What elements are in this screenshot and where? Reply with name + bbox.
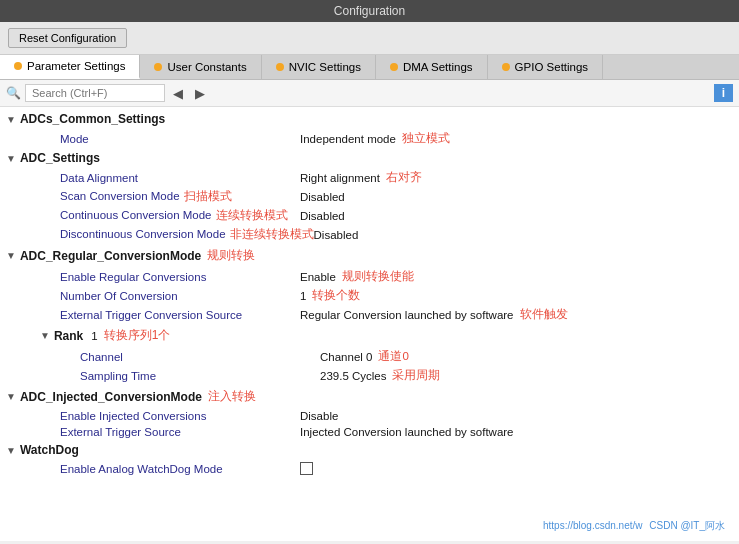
value-ext-trigger-source-cn: 软件触发 xyxy=(520,307,568,322)
label-data-alignment: Data Alignment xyxy=(60,172,300,184)
section-header-adc-settings[interactable]: ▼ ADC_Settings xyxy=(0,148,739,168)
tabs-container: Parameter Settings User Constants NVIC S… xyxy=(0,55,739,80)
value-scan-conversion: Disabled xyxy=(300,191,345,203)
row-sampling-time: Sampling Time 239.5 Cycles 采用周期 xyxy=(0,366,739,385)
value-data-alignment: Right alignment xyxy=(300,172,380,184)
content-area: ▼ ADCs_Common_Settings Mode Independent … xyxy=(0,107,739,541)
reset-config-button[interactable]: Reset Configuration xyxy=(8,28,127,48)
watermark-author: CSDN @IT_阿水 xyxy=(649,520,725,531)
nav-prev-icon[interactable]: ◀ xyxy=(169,85,187,102)
value-mode: Independent mode xyxy=(300,133,396,145)
row-scan-conversion: Scan Conversion Mode扫描模式 Disabled xyxy=(0,187,739,206)
value-enable-injected: Disable xyxy=(300,410,338,422)
value-enable-regular: Enable xyxy=(300,271,336,283)
value-continuous-conversion: Disabled xyxy=(300,210,345,222)
value-sampling-time: 239.5 Cycles xyxy=(320,370,386,382)
value-enable-regular-cn: 规则转换使能 xyxy=(342,269,414,284)
value-ext-trigger-injected: Injected Conversion launched by software xyxy=(300,426,514,438)
label-sampling-time: Sampling Time xyxy=(80,370,320,382)
title-text: Configuration xyxy=(334,4,405,18)
label-discontinuous-cn: 非连续转换模式 xyxy=(230,228,314,240)
search-bar: 🔍 ◀ ▶ i xyxy=(0,80,739,107)
row-discontinuous-conversion: Discontinuous Conversion Mode非连续转换模式 Dis… xyxy=(0,225,739,244)
row-mode: Mode Independent mode 独立模式 xyxy=(0,129,739,148)
section-title-adc-injected-cn: 注入转换 xyxy=(208,388,256,405)
tab-nvic-settings[interactable]: NVIC Settings xyxy=(262,55,376,79)
row-ext-trigger-source: External Trigger Conversion Source Regul… xyxy=(0,305,739,324)
collapse-arrow-watchdog: ▼ xyxy=(6,445,16,456)
toolbar: Reset Configuration xyxy=(0,22,739,55)
section-adcs-common: ▼ ADCs_Common_Settings Mode Independent … xyxy=(0,109,739,148)
section-title-rank: Rank xyxy=(54,329,83,343)
value-data-alignment-cn: 右对齐 xyxy=(386,170,422,185)
rank-value: 1 xyxy=(91,330,97,342)
row-ext-trigger-injected: External Trigger Source Injected Convers… xyxy=(0,424,739,440)
section-title-adc-settings: ADC_Settings xyxy=(20,151,100,165)
label-scan-conversion: Scan Conversion Mode扫描模式 xyxy=(60,189,300,204)
row-data-alignment: Data Alignment Right alignment 右对齐 xyxy=(0,168,739,187)
label-enable-regular: Enable Regular Conversions xyxy=(60,271,300,283)
collapse-arrow-adc-settings: ▼ xyxy=(6,153,16,164)
section-header-adcs-common[interactable]: ▼ ADCs_Common_Settings xyxy=(0,109,739,129)
nav-next-icon[interactable]: ▶ xyxy=(191,85,209,102)
tab-gpio-settings[interactable]: GPIO Settings xyxy=(488,55,604,79)
section-header-adc-injected[interactable]: ▼ ADC_Injected_ConversionMode 注入转换 xyxy=(0,385,739,408)
collapse-arrow-rank: ▼ xyxy=(40,330,50,341)
row-enable-regular: Enable Regular Conversions Enable 规则转换使能 xyxy=(0,267,739,286)
tab-label-dma: DMA Settings xyxy=(403,61,473,73)
tab-dot-parameter xyxy=(14,62,22,70)
section-header-watchdog[interactable]: ▼ WatchDog xyxy=(0,440,739,460)
label-number-of-conversion: Number Of Conversion xyxy=(60,290,300,302)
section-title-adc-regular-cn: 规则转换 xyxy=(207,247,255,264)
tab-parameter-settings[interactable]: Parameter Settings xyxy=(0,55,140,79)
section-title-adcs-common: ADCs_Common_Settings xyxy=(20,112,165,126)
section-adc-injected: ▼ ADC_Injected_ConversionMode 注入转换 Enabl… xyxy=(0,385,739,440)
collapse-arrow-adc-injected: ▼ xyxy=(6,391,16,402)
label-mode: Mode xyxy=(60,133,300,145)
section-title-adc-injected: ADC_Injected_ConversionMode xyxy=(20,390,202,404)
label-continuous-conversion: Continuous Conversion Mode连续转换模式 xyxy=(60,208,300,223)
section-rank: ▼ Rank 1 转换序列1个 Channel Channel 0 通道0 Sa… xyxy=(0,324,739,385)
tab-dot-nvic xyxy=(276,63,284,71)
section-header-rank[interactable]: ▼ Rank 1 转换序列1个 xyxy=(0,324,739,347)
label-watchdog-mode: Enable Analog WatchDog Mode xyxy=(60,463,300,475)
rank-cn: 转换序列1个 xyxy=(104,327,171,344)
value-channel: Channel 0 xyxy=(320,351,372,363)
value-sampling-time-cn: 采用周期 xyxy=(392,368,440,383)
value-channel-cn: 通道0 xyxy=(378,349,408,364)
section-watchdog: ▼ WatchDog Enable Analog WatchDog Mode xyxy=(0,440,739,477)
section-title-watchdog: WatchDog xyxy=(20,443,79,457)
checkbox-watchdog-mode[interactable] xyxy=(300,462,313,475)
section-title-adc-regular: ADC_Regular_ConversionMode xyxy=(20,249,201,263)
row-channel: Channel Channel 0 通道0 xyxy=(0,347,739,366)
value-discontinuous-conversion: Disabled xyxy=(314,229,359,241)
row-continuous-conversion: Continuous Conversion Mode连续转换模式 Disable… xyxy=(0,206,739,225)
tab-label-parameter: Parameter Settings xyxy=(27,60,125,72)
tab-dot-gpio xyxy=(502,63,510,71)
label-continuous-cn: 连续转换模式 xyxy=(216,209,288,221)
watermark-url: https://blog.csdn.net/w xyxy=(543,520,643,531)
label-channel: Channel xyxy=(80,351,320,363)
search-input[interactable] xyxy=(25,84,165,102)
tab-dot-dma xyxy=(390,63,398,71)
row-enable-injected: Enable Injected Conversions Disable xyxy=(0,408,739,424)
watermark: https://blog.csdn.net/w CSDN @IT_阿水 xyxy=(543,519,729,533)
label-ext-trigger-injected: External Trigger Source xyxy=(60,426,300,438)
label-enable-injected: Enable Injected Conversions xyxy=(60,410,300,422)
tab-dma-settings[interactable]: DMA Settings xyxy=(376,55,488,79)
tab-label-gpio: GPIO Settings xyxy=(515,61,589,73)
tab-user-constants[interactable]: User Constants xyxy=(140,55,261,79)
info-button[interactable]: i xyxy=(714,84,733,102)
section-adc-settings: ▼ ADC_Settings Data Alignment Right alig… xyxy=(0,148,739,244)
collapse-arrow-adc-regular: ▼ xyxy=(6,250,16,261)
collapse-arrow-adcs-common: ▼ xyxy=(6,114,16,125)
tab-dot-user xyxy=(154,63,162,71)
value-number-of-conversion-cn: 转换个数 xyxy=(312,288,360,303)
label-scan-cn: 扫描模式 xyxy=(184,190,232,202)
search-icon: 🔍 xyxy=(6,86,21,100)
label-discontinuous-conversion: Discontinuous Conversion Mode非连续转换模式 xyxy=(60,227,314,242)
value-number-of-conversion: 1 xyxy=(300,290,306,302)
tab-label-user: User Constants xyxy=(167,61,246,73)
row-watchdog-mode: Enable Analog WatchDog Mode xyxy=(0,460,739,477)
section-header-adc-regular[interactable]: ▼ ADC_Regular_ConversionMode 规则转换 xyxy=(0,244,739,267)
